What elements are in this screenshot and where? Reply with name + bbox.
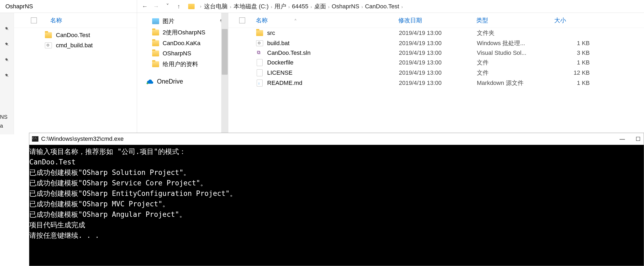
- list-item[interactable]: cmd_build.bat: [0, 40, 137, 51]
- cmd-icon: [32, 136, 38, 142]
- chevron-right-icon: ›: [288, 5, 290, 9]
- col-type[interactable]: 类型: [476, 16, 554, 24]
- bat-icon: [45, 42, 52, 49]
- list-item[interactable]: CanDoo.Test: [0, 30, 137, 40]
- col-name-label: 名称: [256, 16, 268, 24]
- item-label: cmd_build.bat: [56, 42, 93, 49]
- file-type: 文件: [477, 69, 555, 77]
- file-date: 2019/4/19 13:00: [399, 80, 477, 87]
- file-size: 1 KB: [555, 59, 598, 66]
- onedrive-label: OneDrive: [157, 78, 183, 85]
- file-name: src: [267, 30, 399, 37]
- table-row[interactable]: build.bat 2019/4/19 13:00 Windows 批处理...…: [228, 38, 644, 48]
- forward-button[interactable]: →: [152, 2, 161, 11]
- file-date: 2019/4/19 13:00: [399, 69, 477, 76]
- chevron-right-icon: ›: [230, 5, 231, 9]
- select-all-checkbox[interactable]: [239, 17, 245, 23]
- breadcrumb[interactable]: › 这台电脑›本地磁盘 (C:)›用户›64455›桌面›OshaprNS›Ca…: [188, 2, 405, 10]
- quick-item-label: CanDoo.KaKa: [163, 40, 201, 47]
- table-row[interactable]: src 2019/4/19 13:00 文件夹: [228, 28, 644, 38]
- file-size: 3 KB: [555, 49, 598, 56]
- file-type: Windows 批处理...: [477, 39, 555, 47]
- left-quick-strip: NS a: [0, 13, 14, 134]
- folder-icon: [152, 29, 159, 36]
- folder-icon: [45, 32, 52, 39]
- left-col-name[interactable]: 名称: [50, 16, 62, 24]
- file-type: Markdown 源文件: [477, 79, 555, 87]
- file-size: 12 KB: [555, 69, 598, 76]
- chevron-right-icon: ›: [200, 4, 201, 9]
- onedrive-item[interactable]: OneDrive: [137, 76, 228, 87]
- folder-icon: [152, 40, 159, 46]
- left-strip-labels: NS a: [0, 114, 8, 129]
- minimize-button[interactable]: —: [620, 136, 625, 142]
- quick-access-item[interactable]: 2使用OsharpNS: [137, 27, 228, 38]
- breadcrumb-segment[interactable]: OshaprNS: [332, 3, 359, 10]
- chevron-right-icon: ›: [401, 5, 403, 9]
- file-type: 文件: [477, 59, 555, 67]
- breadcrumb-segment[interactable]: 64455: [292, 3, 308, 10]
- breadcrumb-segment[interactable]: 本地磁盘 (C:): [234, 3, 269, 10]
- left-item-list: CanDoo.Testcmd_build.bat: [0, 28, 137, 51]
- cmd-output: 请输入项目名称，推荐形如 "公司.项目"的模式： CanDoo.Test 已成功…: [29, 145, 644, 266]
- table-row[interactable]: CanDoo.Test.sln 2019/4/19 13:00 Visual S…: [228, 48, 644, 57]
- file-icon: [256, 59, 263, 66]
- chevron-right-icon: ›: [328, 5, 330, 9]
- file-date: 2019/4/19 13:00: [399, 59, 477, 66]
- file-icon: [256, 69, 263, 76]
- chevron-right-icon: ›: [310, 5, 312, 9]
- left-strip-label: NS: [0, 114, 8, 120]
- nav-bar: ← → ˅ ↑ › 这台电脑›本地磁盘 (C:)›用户›64455›桌面›Osh…: [137, 0, 644, 13]
- table-row[interactable]: README.md 2019/4/19 13:00 Markdown 源文件 1…: [228, 78, 644, 88]
- left-tab[interactable]: OshaprNS: [0, 0, 137, 13]
- quick-item-label: 2使用OsharpNS: [163, 28, 205, 37]
- pic-icon: [152, 18, 159, 24]
- window-controls: — ☐: [620, 133, 641, 145]
- breadcrumb-segment[interactable]: CanDoo.Test: [365, 3, 399, 10]
- breadcrumb-segment[interactable]: 桌面: [314, 3, 326, 10]
- folder-icon: [152, 61, 159, 67]
- col-date[interactable]: 修改日期: [398, 16, 476, 24]
- item-label: CanDoo.Test: [56, 32, 90, 39]
- file-list-header: 名称 ^ 修改日期 类型 大小: [228, 13, 644, 28]
- folder-icon: [188, 4, 195, 9]
- breadcrumb-segment[interactable]: 用户: [274, 3, 286, 10]
- up-button[interactable]: ↑: [174, 2, 183, 11]
- pin-icon: [3, 56, 10, 63]
- cmd-titlebar[interactable]: C:\Windows\system32\cmd.exe — ☐: [29, 133, 644, 145]
- pin-icon: [3, 41, 10, 48]
- file-name: LICENSE: [267, 69, 399, 76]
- cmd-title: C:\Windows\system32\cmd.exe: [41, 135, 124, 142]
- quick-item-label: OSharpNS: [163, 50, 191, 57]
- quick-access-item[interactable]: CanDoo.KaKa: [137, 38, 228, 48]
- breadcrumb-segment[interactable]: 这台电脑: [204, 3, 228, 10]
- pin-icon: [3, 72, 10, 79]
- folder-icon: [152, 50, 159, 57]
- file-name: README.md: [267, 80, 399, 87]
- left-tab-title: OshaprNS: [5, 3, 33, 10]
- file-type: 文件夹: [477, 29, 555, 37]
- select-all-checkbox[interactable]: [31, 17, 37, 23]
- quick-access-item[interactable]: 图片: [137, 16, 228, 27]
- col-name[interactable]: 名称 ^: [256, 16, 398, 24]
- md-icon: [256, 80, 263, 87]
- col-size[interactable]: 大小: [554, 16, 597, 24]
- maximize-button[interactable]: ☐: [636, 136, 641, 142]
- left-explorer-pane: OshaprNS NS a 名称 CanDoo.Testcmd_build.ba…: [0, 0, 137, 134]
- cmd-window[interactable]: C:\Windows\system32\cmd.exe — ☐ 请输入项目名称，…: [29, 133, 644, 266]
- quick-access-item[interactable]: OSharpNS: [137, 48, 228, 59]
- quick-access-item[interactable]: 给用户的资料: [137, 59, 228, 70]
- file-name: build.bat: [267, 40, 399, 47]
- file-date: 2019/4/19 13:00: [399, 40, 477, 47]
- file-date: 2019/4/19 13:00: [399, 30, 477, 37]
- table-row[interactable]: Dockerfile 2019/4/19 13:00 文件 1 KB: [228, 57, 644, 68]
- folder-icon: [256, 30, 263, 37]
- table-row[interactable]: LICENSE 2019/4/19 13:00 文件 12 KB: [228, 68, 644, 78]
- back-button[interactable]: ←: [140, 2, 149, 11]
- sln-icon: [256, 49, 263, 56]
- sidebar-scrollbar[interactable]: [221, 13, 228, 134]
- file-size: 1 KB: [555, 80, 598, 87]
- history-dropdown[interactable]: ˅: [163, 2, 172, 11]
- quick-item-label: 图片: [163, 17, 174, 25]
- file-name: CanDoo.Test.sln: [267, 49, 399, 56]
